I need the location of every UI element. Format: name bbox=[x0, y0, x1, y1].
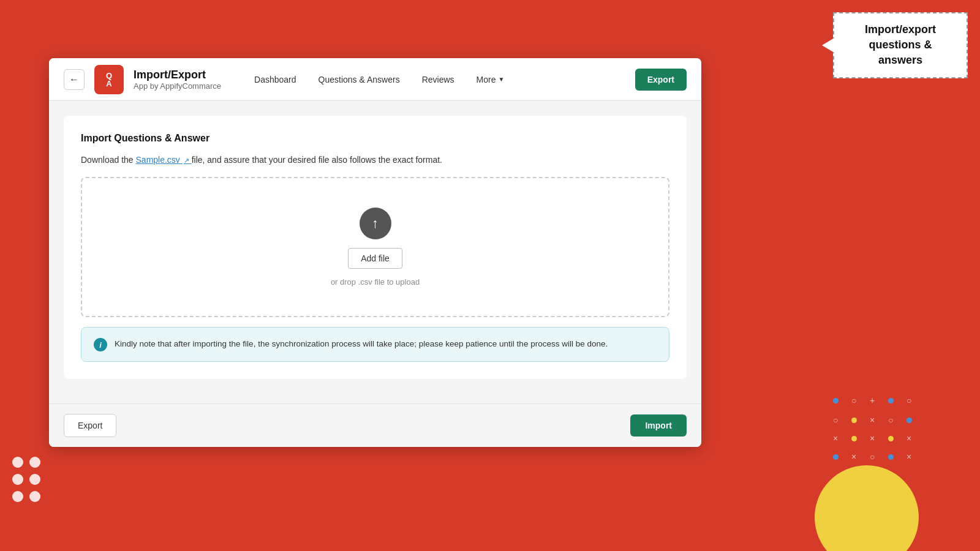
import-title: Import Questions & Answer bbox=[81, 133, 669, 144]
annotation-banner: Import/export questions & answers bbox=[833, 12, 968, 78]
info-message: Kindly note that after importing the fil… bbox=[115, 337, 608, 351]
app-title-block: Import/Export App by AppifyCommarce bbox=[134, 69, 221, 91]
download-suffix: file, and assure that your desired file … bbox=[192, 155, 442, 165]
decorative-circle-yellow bbox=[815, 465, 919, 551]
nav-dashboard[interactable]: Dashboard bbox=[246, 70, 305, 89]
footer-import-button[interactable]: Import bbox=[630, 414, 687, 437]
header-export-button[interactable]: Export bbox=[635, 69, 687, 91]
external-link-icon: ↗ bbox=[184, 157, 189, 164]
app-logo: QA bbox=[94, 65, 124, 94]
decorative-dots-left bbox=[12, 457, 40, 502]
app-window: ← QA Import/Export App by AppifyCommarce… bbox=[49, 58, 701, 447]
app-subtitle: App by AppifyCommarce bbox=[134, 81, 221, 91]
app-content: Import Questions & Answer Download the S… bbox=[49, 101, 701, 403]
add-file-button[interactable]: Add file bbox=[348, 248, 402, 269]
nav-more-label: More bbox=[477, 75, 496, 84]
app-footer: Export Import bbox=[49, 403, 701, 447]
chevron-down-icon: ▼ bbox=[498, 76, 504, 83]
download-prefix: Download the bbox=[81, 155, 136, 165]
nav-items: Dashboard Questions & Answers Reviews Mo… bbox=[246, 70, 625, 89]
annotation-title: Import/export questions & answers bbox=[865, 23, 936, 66]
sample-csv-link[interactable]: Sample.csv ↗ bbox=[136, 155, 192, 165]
drop-hint-text: or drop .csv file to upload bbox=[331, 277, 420, 287]
info-icon: i bbox=[94, 338, 107, 351]
sample-link-text: Sample.csv bbox=[136, 155, 180, 165]
app-header: ← QA Import/Export App by AppifyCommarce… bbox=[49, 58, 701, 101]
info-i-symbol: i bbox=[99, 340, 102, 350]
download-text: Download the Sample.csv ↗ file, and assu… bbox=[81, 155, 669, 165]
import-card: Import Questions & Answer Download the S… bbox=[64, 116, 687, 379]
nav-reviews[interactable]: Reviews bbox=[413, 70, 463, 89]
info-box: i Kindly note that after importing the f… bbox=[81, 327, 669, 362]
upload-arrow-icon: ↑ bbox=[372, 216, 379, 231]
footer-export-button[interactable]: Export bbox=[64, 414, 116, 437]
nav-questions-answers[interactable]: Questions & Answers bbox=[310, 70, 409, 89]
upload-area[interactable]: ↑ Add file or drop .csv file to upload bbox=[81, 177, 669, 317]
logo-text: QA bbox=[106, 72, 112, 88]
upload-icon-circle: ↑ bbox=[360, 208, 391, 239]
back-arrow-icon: ← bbox=[69, 74, 79, 85]
back-button[interactable]: ← bbox=[64, 69, 85, 90]
nav-more[interactable]: More ▼ bbox=[468, 70, 513, 89]
app-title: Import/Export bbox=[134, 69, 221, 81]
